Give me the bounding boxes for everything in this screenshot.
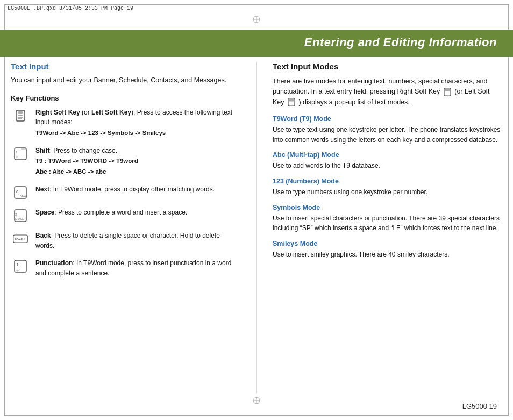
svg-text:SPACE: SPACE (15, 217, 24, 220)
softkey-left-bold: Left Soft Key (91, 109, 131, 116)
mode-t9word: T9Word (T9) Mode Use to type text using … (273, 115, 502, 145)
mode-smileys-name: Smileys Mode (273, 240, 502, 247)
space-bold: Space (35, 209, 54, 216)
softkey-svg (13, 108, 28, 123)
intro-text: You can input and edit your Banner, Sche… (11, 75, 240, 86)
back-text: Back: Press to delete a single space or … (35, 231, 240, 251)
modes-intro: There are five modes for entering text, … (273, 76, 502, 108)
svg-text:1: 1 (16, 262, 19, 267)
key-row-punct: 1 .,?! Punctuation: In T9Word mode, pres… (11, 258, 240, 278)
space-text: Space: Press to complete a word and inse… (35, 208, 187, 218)
mode-abc-name: Abc (Multi-tap) Mode (273, 151, 502, 159)
svg-text:NEXT: NEXT (20, 194, 28, 197)
mode-abc: Abc (Multi-tap) Mode Use to add words to… (273, 151, 502, 171)
svg-rect-26 (289, 99, 294, 102)
section-title-text-input: Text Input (11, 62, 240, 71)
svg-rect-24 (445, 89, 450, 91)
next-icon: 0 NEXT (11, 185, 30, 200)
back-icon: BACK◄ (11, 231, 30, 246)
mode-symbols-name: Symbols Mode (273, 204, 502, 211)
softkey-text: Right Soft Key (or Left Soft Key): Press… (35, 108, 240, 138)
mode-123: 123 (Numbers) Mode Use to type numbers u… (273, 177, 502, 197)
back-bold: Back (35, 232, 51, 239)
mode-smileys: Smileys Mode Use to insert smiley graphi… (273, 240, 502, 260)
softkey-bold: Right Soft Key (35, 109, 80, 116)
mode-123-desc: Use to type numbers using one keystroke … (273, 187, 502, 197)
space-icon: # SPACE (11, 208, 30, 223)
content-area: Text Input You can input and edit your B… (11, 62, 502, 393)
shift-icon: * ⇧ (11, 146, 30, 161)
svg-text:0: 0 (16, 190, 18, 194)
svg-text:#: # (15, 212, 17, 216)
key-row-softkey: Right Soft Key (or Left Soft Key): Press… (11, 108, 240, 138)
svg-text:⇧: ⇧ (16, 155, 18, 159)
space-svg: # SPACE (13, 208, 28, 223)
mode-symbols: Symbols Mode Use to insert special chara… (273, 204, 502, 233)
mode-t9word-name: T9Word (T9) Mode (273, 115, 502, 123)
softkey-icon (11, 108, 30, 123)
key-row-shift: * ⇧ Shift: Press to change case. T9 : T9… (11, 146, 240, 177)
right-column: Text Input Modes There are five modes fo… (265, 62, 502, 393)
print-header: LG5000E_.BP.qxd 8/31/05 2:33 PM Page 19 (8, 5, 133, 11)
footer-page-number: LG5000 19 (462, 402, 497, 410)
punct-text: Punctuation: In T9Word mode, press to in… (35, 258, 240, 278)
next-bold: Next (35, 186, 49, 193)
punct-icon: 1 .,?! (11, 259, 30, 274)
back-svg: BACK◄ (13, 231, 28, 246)
shift-mode2: Abc : Abc -> ABC -> abc (35, 167, 138, 177)
svg-rect-4 (18, 111, 23, 114)
shift-svg: * ⇧ (13, 146, 28, 161)
reg-mark-bottom (252, 396, 261, 405)
mode-t9word-desc: Use to type text using one keystroke per… (273, 125, 502, 145)
page-title: Entering and Editing Information (304, 35, 497, 49)
modes-list: T9Word (T9) Mode Use to type text using … (273, 115, 502, 259)
mode-symbols-desc: Use to insert special characters or punc… (273, 213, 502, 233)
left-column: Text Input You can input and edit your B… (11, 62, 248, 393)
mode-smileys-desc: Use to insert smiley graphics. There are… (273, 250, 502, 260)
key-functions-title: Key Functions (11, 94, 240, 102)
left-softkey-inline-icon (287, 98, 296, 106)
softkey-modes: T9Word -> Abc -> 123 -> Symbols -> Smile… (35, 129, 240, 138)
shift-text: Shift: Press to change case. T9 : T9Word… (35, 146, 138, 177)
svg-text:.,?!: .,?! (16, 268, 21, 272)
shift-mode1: T9 : T9Word -> T9WORD -> T9word (35, 156, 138, 166)
header-bar: Entering and Editing Information (0, 30, 513, 55)
key-row-next: 0 NEXT Next: In T9Word mode, press to di… (11, 184, 240, 200)
header-line (0, 55, 513, 57)
reg-mark-top (252, 15, 261, 24)
svg-text:*: * (16, 151, 17, 154)
mode-abc-desc: Use to add words to the T9 database. (273, 161, 502, 171)
modes-title: Text Input Modes (273, 62, 502, 71)
punct-svg: 1 .,?! (13, 259, 28, 274)
key-functions-list: Right Soft Key (or Left Soft Key): Press… (11, 108, 240, 279)
key-row-back: BACK◄ Back: Press to delete a single spa… (11, 231, 240, 251)
right-softkey-inline-icon (443, 88, 452, 96)
shift-bold: Shift (35, 147, 50, 154)
svg-text:BACK◄: BACK◄ (15, 237, 26, 240)
key-row-space: # SPACE Space: Press to complete a word … (11, 208, 240, 223)
punct-bold: Punctuation (35, 259, 73, 267)
next-svg: 0 NEXT (13, 185, 28, 200)
next-text: Next: In T9Word mode, press to display o… (35, 184, 215, 195)
mode-123-name: 123 (Numbers) Mode (273, 177, 502, 185)
